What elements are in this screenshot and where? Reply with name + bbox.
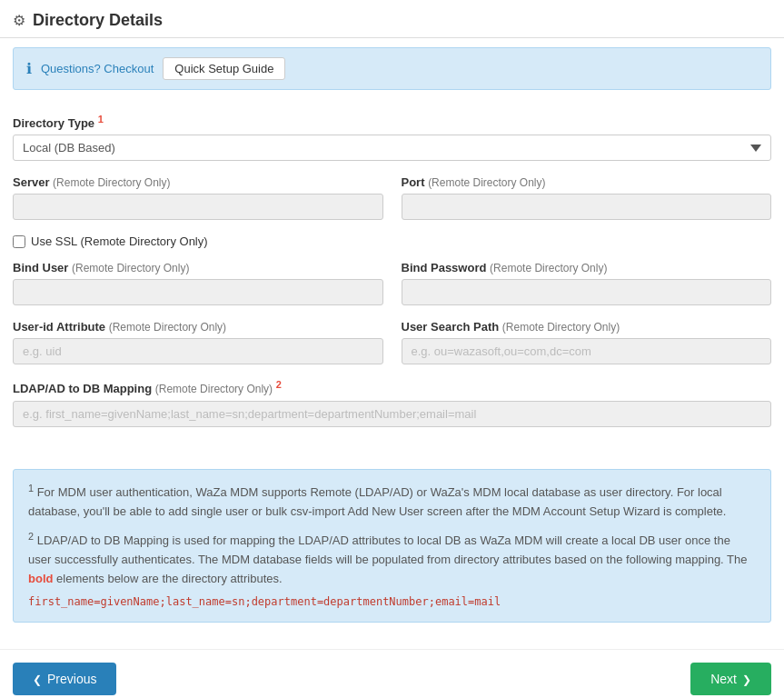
directory-type-group: Directory Type 1 Local (DB Based) Remote… — [13, 114, 771, 161]
user-search-path-group: User Search Path (Remote Directory Only) — [402, 320, 772, 364]
ldap-mapping-input[interactable] — [13, 401, 771, 427]
info-code: first_name=givenName;last_name=sn;depart… — [28, 593, 756, 611]
bind-user-label: Bind User (Remote Directory Only) — [13, 261, 383, 274]
userid-attribute-input[interactable] — [13, 338, 383, 364]
bind-password-label: Bind Password (Remote Directory Only) — [402, 261, 772, 274]
info-note1: 1 For MDM user authentication, WaZa MDM … — [28, 481, 756, 522]
use-ssl-row: Use SSL (Remote Directory Only) — [13, 234, 771, 248]
chevron-left-icon — [33, 672, 42, 686]
form-area: Directory Type 1 Local (DB Based) Remote… — [0, 99, 784, 456]
quick-setup-button[interactable]: Quick Setup Guide — [163, 57, 285, 80]
directory-type-select[interactable]: Local (DB Based) Remote LDAP/AD — [13, 135, 771, 161]
userid-attribute-label: User-id Attribute (Remote Directory Only… — [13, 320, 383, 334]
server-input[interactable] — [13, 194, 383, 220]
page-wrapper: ⚙ Directory Details ℹ Questions? Checkou… — [0, 0, 784, 698]
use-ssl-label: Use SSL (Remote Directory Only) — [31, 234, 208, 248]
footer-nav: Previous Next — [0, 649, 784, 698]
info-bar-text: Questions? Checkout — [41, 62, 154, 75]
bind-password-input[interactable] — [402, 279, 772, 305]
port-label: Port (Remote Directory Only) — [402, 175, 772, 189]
server-port-row: Server (Remote Directory Only) Port (Rem… — [13, 175, 771, 234]
next-button[interactable]: Next — [690, 663, 771, 695]
user-search-path-label: User Search Path (Remote Directory Only) — [402, 320, 772, 334]
directory-type-label: Directory Type 1 — [13, 114, 771, 130]
info-icon: ℹ — [26, 60, 32, 77]
userid-attribute-group: User-id Attribute (Remote Directory Only… — [13, 320, 383, 364]
info-box: 1 For MDM user authentication, WaZa MDM … — [13, 469, 771, 623]
bind-row: Bind User (Remote Directory Only) Bind P… — [13, 261, 771, 320]
ldap-mapping-group: LDAP/AD to DB Mapping (Remote Directory … — [13, 379, 771, 426]
bind-user-group: Bind User (Remote Directory Only) — [13, 261, 383, 305]
chevron-right-icon — [742, 672, 751, 686]
use-ssl-checkbox[interactable] — [13, 235, 25, 248]
bind-password-group: Bind Password (Remote Directory Only) — [402, 261, 772, 305]
directory-icon: ⚙ — [13, 12, 25, 29]
server-group: Server (Remote Directory Only) — [13, 175, 383, 220]
info-bar: ℹ Questions? Checkout Quick Setup Guide — [13, 47, 771, 90]
ldap-mapping-label: LDAP/AD to DB Mapping (Remote Directory … — [13, 379, 771, 395]
server-label: Server (Remote Directory Only) — [13, 175, 383, 189]
port-input[interactable] — [402, 194, 772, 220]
directory-type-sup: 1 — [98, 114, 104, 125]
userid-searchpath-row: User-id Attribute (Remote Directory Only… — [13, 320, 771, 379]
page-title: Directory Details — [33, 11, 163, 30]
ldap-mapping-sup: 2 — [276, 379, 282, 390]
user-search-path-input[interactable] — [402, 338, 772, 364]
port-group: Port (Remote Directory Only) — [402, 175, 772, 220]
info-note2: 2 LDAP/AD to DB Mapping is used for mapp… — [28, 529, 756, 589]
page-header: ⚙ Directory Details — [0, 0, 784, 38]
bind-user-input[interactable] — [13, 279, 383, 305]
previous-button[interactable]: Previous — [13, 663, 116, 695]
